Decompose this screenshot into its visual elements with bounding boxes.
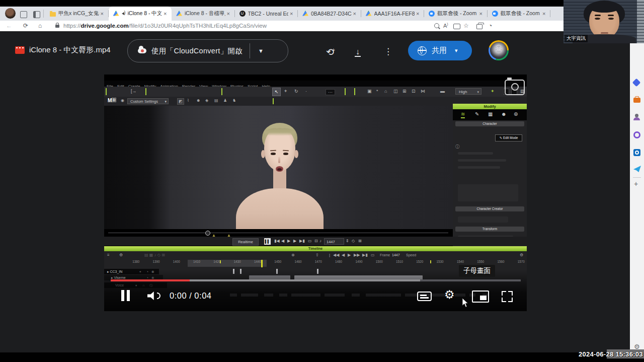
frame-spinner-icon[interactable]: ⇕ — [346, 239, 349, 243]
info-icon[interactable]: ⓘ — [149, 283, 153, 288]
timeline-title-bar[interactable]: Timeline — [104, 246, 527, 251]
browser-profile-avatar[interactable] — [5, 8, 16, 19]
pause-button[interactable] — [127, 290, 130, 301]
realtime-dropdown[interactable]: Realtime — [232, 238, 259, 246]
section-character-creator[interactable]: Character Creator — [455, 206, 524, 211]
sliders-icon[interactable]: ≋ — [461, 111, 465, 118]
split-screen-icon[interactable] — [453, 24, 460, 29]
playback-scrub-line[interactable] — [108, 233, 448, 233]
bust-icon[interactable]: ☻ — [501, 111, 507, 117]
browser-tab[interactable]: AAA1F16A-FEF8-4475-8 × — [361, 7, 425, 21]
record-icon[interactable]: ♦ — [135, 283, 137, 287]
collections-icon[interactable] — [476, 24, 482, 29]
download-icon[interactable]: ↓ — [355, 45, 361, 57]
target-icon[interactable]: ⌖ — [139, 270, 141, 274]
browser-tab[interactable]: 0BA84B27-D34C-44FB-A × — [298, 7, 361, 21]
tag-icon[interactable] — [632, 79, 641, 87]
browser-tab[interactable]: TBC2 - Unreal Editor 202 × — [235, 7, 298, 21]
physics-icon[interactable]: ⊛ — [514, 111, 518, 117]
add-icon[interactable]: ⊕ — [151, 270, 154, 274]
iclone-pause-button[interactable]: ▌▌ — [264, 238, 271, 245]
subtitles-cc-button[interactable] — [417, 292, 432, 301]
timeline-settings-gear-icon[interactable]: ⚙ — [520, 253, 523, 257]
play-icon[interactable]: ▶ — [287, 239, 290, 243]
tab-actions-icon[interactable] — [33, 11, 40, 18]
pen-icon[interactable]: ✎ — [475, 111, 479, 117]
video-player[interactable]: FileEditCreateModifyAnimationRenderViewW… — [104, 75, 527, 311]
mute-icon[interactable]: ◔ — [146, 270, 148, 273]
browser-tab[interactable]: 觀眾會後 - Zoom × — [424, 7, 488, 21]
last-frame-icon[interactable]: ▶▮ — [299, 239, 305, 243]
account-avatar[interactable] — [489, 40, 509, 60]
seekbar-remaining[interactable] — [420, 279, 521, 281]
zoom-search-icon[interactable] — [434, 23, 439, 28]
telegram-icon[interactable] — [633, 166, 641, 172]
home-icon[interactable]: ⌂ — [38, 22, 42, 29]
mute-icon[interactable]: ◔ — [146, 276, 148, 279]
refresh-icon[interactable]: ⟳ — [23, 22, 28, 29]
tab-close-icon[interactable]: × — [416, 11, 421, 17]
tab-close-icon[interactable]: × — [164, 11, 169, 17]
tab-audio-icon[interactable] — [122, 11, 126, 16]
share-button[interactable]: 共用 ▾ — [408, 41, 472, 60]
edit-mode-button[interactable]: ✎ Edit Mode — [495, 134, 522, 141]
outlook-icon[interactable] — [633, 149, 640, 156]
section-character[interactable]: Character — [455, 121, 524, 126]
play-icon[interactable]: ▶ — [348, 253, 351, 257]
timeline-playhead[interactable] — [261, 260, 263, 267]
custom-settings-dropdown[interactable]: Custom Settings▾ — [127, 98, 169, 104]
quality-dropdown[interactable]: High▾ — [455, 88, 481, 95]
tab-close-icon[interactable]: × — [479, 11, 485, 17]
add-people-icon[interactable]: ⟲+ — [326, 46, 335, 58]
playback-scrub-knob[interactable] — [205, 231, 210, 236]
tab-close-icon[interactable]: × — [542, 11, 547, 17]
forward-icon[interactable]: ▶▶ — [354, 253, 360, 257]
prev-icon[interactable]: ◀ — [342, 253, 345, 257]
toolbox-icon[interactable] — [633, 98, 640, 103]
zoom-timeline-icon[interactable]: ⊕ — [291, 253, 295, 257]
add-app-plus-icon[interactable]: + — [634, 180, 638, 187]
player-settings-gear-icon[interactable]: ⚙ — [444, 288, 455, 302]
browser-tab[interactable]: iClone 8 - 中文脣形 × — [109, 7, 172, 21]
timeline-gear-icon[interactable]: ⚙ — [119, 253, 123, 257]
prev-frame-icon[interactable]: ◀ — [281, 239, 284, 243]
loop-icon[interactable]: ▭ — [308, 239, 312, 243]
workspaces-icon[interactable] — [20, 11, 27, 18]
audio-note-icon[interactable]: ♪ — [319, 239, 321, 243]
picture-in-picture-button[interactable] — [472, 291, 489, 303]
range-icon[interactable]: ⊡ — [314, 239, 318, 243]
section-transform[interactable]: Transform — [455, 227, 524, 232]
favorites-star-icon[interactable]: ☆ — [463, 22, 469, 29]
open-with-cloudconvert-button[interactable]: 使用「CloudConvert」開啟 ▼ — [127, 39, 288, 62]
first-frame-icon[interactable]: ▮◀ — [274, 239, 280, 243]
end-icon[interactable]: ▶▮ — [362, 253, 368, 257]
more-options-kebab-icon[interactable]: ⋮ — [384, 46, 392, 57]
tab-close-icon[interactable]: × — [101, 11, 106, 17]
back-icon[interactable]: ← — [6, 22, 12, 29]
texture-icon[interactable]: ▦ — [488, 111, 493, 117]
tab-close-icon[interactable]: × — [353, 11, 358, 17]
seekbar-buffered[interactable] — [190, 279, 420, 281]
fullscreen-button[interactable] — [502, 291, 513, 302]
tab-close-icon[interactable]: × — [290, 11, 295, 17]
ring-app-icon[interactable] — [633, 131, 640, 138]
next-frame-icon[interactable]: ▶ — [293, 239, 296, 243]
url-text[interactable]: https://drive.google.com/file/d/1o3Uz0UR… — [63, 23, 267, 29]
rewind-icon[interactable]: ◀◀ — [333, 253, 339, 257]
pause-button[interactable] — [121, 290, 124, 301]
tab-close-icon[interactable]: × — [227, 11, 232, 17]
export-icon[interactable]: ⇧ — [315, 253, 319, 257]
track-label[interactable]: ▸ CC3_IN — [104, 269, 159, 274]
browser-essentials-icon[interactable]: ◔ — [489, 22, 492, 29]
browser-tab[interactable]: iClone 8 - 音檔導入.mp4 × — [172, 7, 235, 21]
headphone-icon[interactable]: ∩ — [142, 283, 145, 287]
frame-number-input[interactable]: 1447 — [324, 238, 344, 245]
lock-icon[interactable] — [55, 25, 59, 28]
seekbar-played[interactable] — [111, 279, 190, 281]
browser-tab[interactable]: 甲魚x inCG_女鬼橋二攝 × — [45, 7, 109, 21]
browser-tab[interactable]: 觀眾會後 - Zoom × — [488, 7, 551, 21]
read-aloud-icon[interactable]: A) — [443, 22, 448, 29]
chevron-down-icon[interactable]: ▼ — [258, 48, 264, 54]
keyframe-icon[interactable]: ◇ — [352, 239, 355, 243]
people-icon[interactable] — [633, 114, 640, 121]
